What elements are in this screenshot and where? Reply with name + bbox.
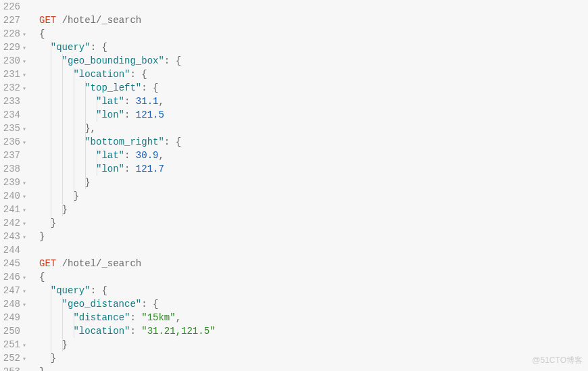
code-line[interactable]: {	[39, 27, 588, 41]
code-line[interactable]: "bottom_right": {	[39, 135, 588, 149]
token-pun	[39, 150, 96, 161]
code-line[interactable]	[39, 0, 588, 14]
token-num: 31.1	[136, 96, 159, 107]
code-line[interactable]: }	[39, 351, 588, 365]
indent-guide	[51, 297, 51, 311]
token-pun: }	[39, 204, 68, 215]
token-pun: :	[124, 150, 136, 161]
code-line[interactable]: "lat": 30.9,	[39, 149, 588, 162]
token-pun: ,	[158, 150, 164, 161]
line-number: 247▾	[3, 284, 27, 297]
line-number: 248▾	[3, 297, 27, 311]
line-number: 244	[3, 243, 27, 257]
code-area[interactable]: GET /hotel/_search{ "query": { "geo_boun…	[31, 0, 588, 371]
fold-marker-icon[interactable]: ▾	[22, 137, 27, 150]
code-line[interactable]: }	[39, 338, 588, 351]
token-key: "location"	[73, 69, 130, 80]
code-line[interactable]: "query": {	[39, 284, 588, 297]
code-line[interactable]: "top_left": {	[39, 81, 588, 95]
token-path: /hotel/_search	[62, 15, 142, 26]
fold-marker-icon[interactable]: ▾	[22, 123, 27, 137]
code-line[interactable]: "lat": 31.1,	[39, 95, 588, 108]
indent-guide	[85, 149, 86, 162]
token-pun	[56, 258, 62, 269]
token-pun	[39, 285, 51, 296]
indent-guide	[74, 176, 74, 189]
line-number: 252▾	[3, 351, 27, 365]
code-line[interactable]: "location": "31.21,121.5"	[39, 324, 588, 338]
code-line[interactable]: "distance": "15km",	[39, 311, 588, 324]
indent-guide	[97, 95, 97, 108]
code-line[interactable]: GET /hotel/_search	[39, 14, 588, 27]
token-pun	[56, 15, 62, 26]
line-number: 237	[3, 149, 27, 162]
indent-guide	[62, 162, 63, 176]
token-key: "geo_bounding_box"	[62, 55, 164, 66]
token-path: /hotel/_search	[62, 258, 142, 269]
fold-marker-icon[interactable]: ▾	[22, 28, 27, 42]
token-pun	[39, 96, 96, 107]
fold-marker-icon[interactable]: ▾	[22, 55, 27, 69]
line-number: 250	[3, 324, 27, 338]
token-key: "lat"	[96, 150, 124, 161]
fold-marker-icon[interactable]: ▾	[22, 177, 27, 191]
fold-marker-icon[interactable]: ▾	[22, 339, 27, 353]
token-pun: }	[39, 231, 45, 242]
fold-marker-icon[interactable]: ▾	[22, 204, 27, 218]
indent-guide	[85, 122, 86, 135]
fold-marker-icon[interactable]: ▾	[22, 218, 27, 231]
fold-marker-icon[interactable]: ▾	[22, 285, 27, 299]
token-pun: :	[130, 312, 141, 323]
indent-guide	[85, 135, 86, 149]
fold-marker-icon[interactable]: ▾	[22, 353, 27, 366]
indent-guide	[62, 338, 63, 351]
code-line[interactable]: "geo_distance": {	[39, 297, 588, 311]
code-line[interactable]: }	[39, 365, 588, 371]
fold-marker-icon[interactable]: ▾	[22, 42, 27, 55]
indent-guide	[74, 122, 74, 135]
indent-guide	[85, 162, 86, 176]
fold-marker-icon[interactable]: ▾	[22, 272, 27, 285]
code-line[interactable]: }	[39, 176, 588, 189]
fold-marker-icon[interactable]: ▾	[22, 231, 27, 245]
fold-marker-icon[interactable]: ▾	[22, 299, 27, 312]
line-number-gutter: 226 227 228▾229▾230▾231▾232▾233 234 235▾…	[0, 0, 31, 371]
code-line[interactable]: }	[39, 216, 588, 230]
indent-guide	[62, 203, 63, 216]
indent-guide	[51, 284, 51, 297]
indent-guide	[51, 162, 51, 176]
token-key: "lon"	[96, 164, 124, 174]
fold-marker-icon[interactable]: ▾	[22, 191, 27, 204]
code-line[interactable]: "lon": 121.7	[39, 162, 588, 176]
token-pun: : {	[91, 42, 107, 53]
token-str: "31.21,121.5"	[141, 326, 215, 337]
fold-marker-icon[interactable]: ▾	[22, 69, 27, 82]
code-line[interactable]: "location": {	[39, 68, 588, 81]
code-line[interactable]: }	[39, 189, 588, 203]
indent-guide	[51, 135, 51, 149]
indent-guide	[62, 149, 63, 162]
indent-guide	[74, 149, 74, 162]
code-line[interactable]	[39, 243, 588, 257]
token-pun: }	[39, 353, 56, 364]
indent-guide	[74, 81, 74, 95]
line-number: 246▾	[3, 270, 27, 284]
code-line[interactable]: }	[39, 203, 588, 216]
code-line[interactable]: "query": {	[39, 41, 588, 54]
code-line[interactable]: GET /hotel/_search	[39, 257, 588, 270]
fold-marker-icon[interactable]: ▾	[22, 366, 27, 371]
code-line[interactable]: }	[39, 230, 588, 243]
code-line[interactable]: "lon": 121.5	[39, 108, 588, 122]
code-line[interactable]: "geo_bounding_box": {	[39, 54, 588, 68]
code-line[interactable]: },	[39, 122, 588, 135]
token-pun: : {	[130, 69, 147, 80]
token-pun: }	[39, 177, 91, 188]
line-number: 231▾	[3, 68, 27, 81]
fold-marker-icon[interactable]: ▾	[22, 82, 27, 96]
line-number: 242▾	[3, 216, 27, 230]
code-line[interactable]: {	[39, 270, 588, 284]
line-number: 239▾	[3, 176, 27, 189]
token-pun	[39, 69, 73, 80]
line-number: 243▾	[3, 230, 27, 243]
indent-guide	[51, 68, 51, 81]
